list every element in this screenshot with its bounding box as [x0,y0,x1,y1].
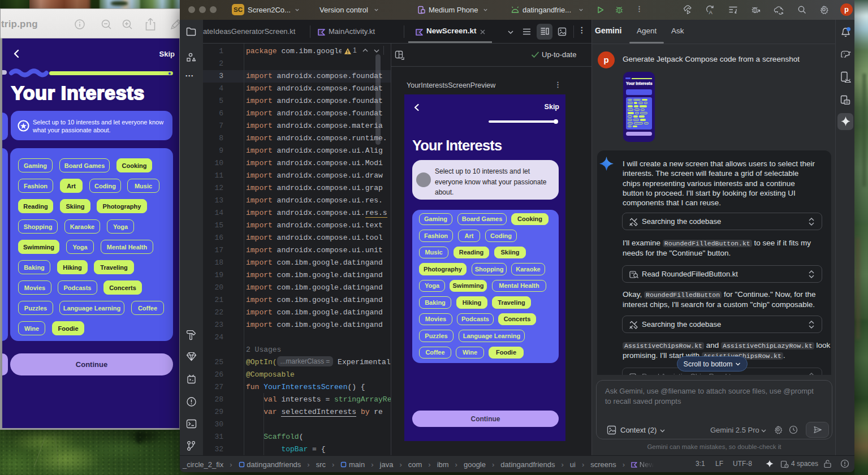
svg-text:A: A [709,9,713,15]
